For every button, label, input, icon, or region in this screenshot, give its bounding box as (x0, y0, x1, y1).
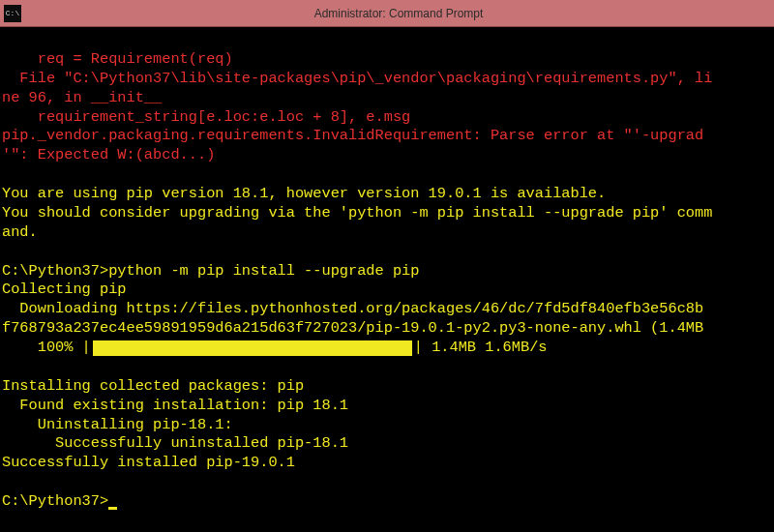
prompt-line: C:\Python37> (2, 492, 117, 510)
output-line: Found existing installation: pip 18.1 (2, 397, 348, 414)
error-line: '": Expected W:(abcd...) (2, 146, 215, 163)
cmd-icon: C:\ (4, 5, 21, 22)
cursor (108, 507, 117, 510)
prompt-line: C:\Python37>python -m pip install --upgr… (2, 262, 419, 280)
output-line: Successfully installed pip-19.0.1 (2, 454, 295, 471)
error-line: requirement_string[e.loc:e.loc + 8], e.m… (2, 108, 410, 126)
window-title: Administrator: Command Prompt (27, 7, 770, 20)
output-line: f768793a237ec4ee59891959d6a215d63f727023… (2, 319, 703, 337)
notice-line: and. (2, 223, 38, 241)
progress-line: 100% || 1.4MB 1.6MB/s (2, 339, 772, 358)
output-line: Installing collected packages: pip (2, 377, 304, 395)
error-line: File "C:\Python37\lib\site-packages\pip\… (2, 70, 712, 87)
progress-bar (93, 340, 412, 356)
titlebar[interactable]: C:\ Administrator: Command Prompt (0, 0, 774, 27)
error-line: pip._vendor.packaging.requirements.Inval… (2, 127, 703, 144)
notice-line: You should consider upgrading via the 'p… (2, 204, 712, 222)
terminal-output[interactable]: req = Requirement(req) File "C:\Python37… (0, 27, 774, 532)
error-line: req = Requirement(req) (2, 50, 233, 68)
output-line: Uninstalling pip-18.1: (2, 416, 233, 433)
error-line: ne 96, in __init__ (2, 89, 162, 106)
output-line: Successfully uninstalled pip-18.1 (2, 434, 348, 452)
output-line: Collecting pip (2, 281, 127, 298)
notice-line: You are using pip version 18.1, however … (2, 185, 606, 202)
output-line: Downloading https://files.pythonhosted.o… (2, 300, 703, 317)
